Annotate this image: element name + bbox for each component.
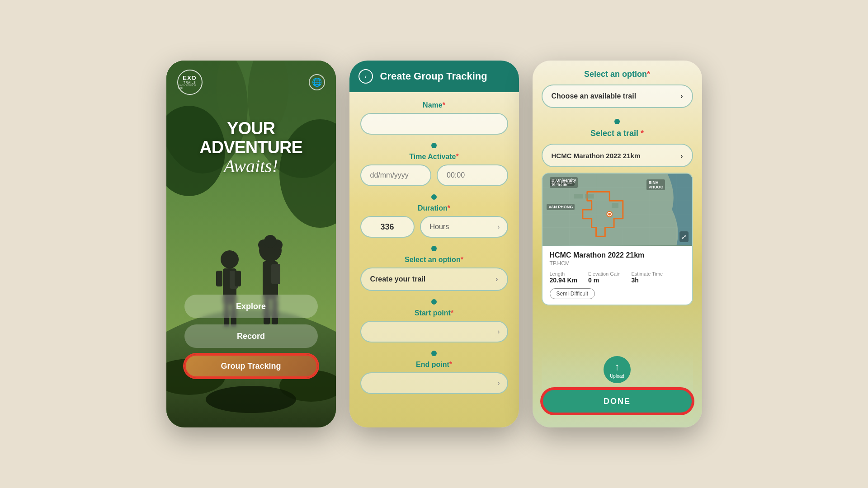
- selected-trail-chevron-icon: ›: [681, 152, 683, 160]
- form-header: ‹ Create Group Tracking: [349, 61, 519, 92]
- time-activate-label: Time Activate*: [360, 153, 508, 161]
- svg-point-6: [221, 250, 239, 268]
- phone1-header: EXO TRAILS LOVE OUTDOOR LIFE 🌐: [166, 61, 336, 99]
- svg-rect-34: [574, 194, 583, 198]
- svg-rect-36: [612, 203, 618, 208]
- connector-1: [360, 143, 508, 149]
- dot-4: [431, 299, 437, 305]
- record-button[interactable]: Record: [184, 324, 318, 348]
- date-input[interactable]: [360, 164, 432, 186]
- time-input[interactable]: [437, 164, 508, 186]
- start-point-label: Start point*: [360, 309, 508, 317]
- svg-rect-35: [585, 194, 594, 198]
- map-label-van-phong: VAN PHONG: [547, 204, 575, 210]
- form-title: Create Group Tracking: [380, 70, 487, 82]
- select-option-field-group: Select an option* Create your trail ›: [360, 256, 508, 291]
- logo-exo-text: EXO: [183, 75, 196, 81]
- duration-value: 336: [360, 216, 415, 238]
- duration-unit-label: Hours: [430, 223, 449, 231]
- trail-stats: Length 20.94 Km Elevation Gain 0 m Estim…: [550, 271, 685, 284]
- trail-info: HCMC Marathon 2022 21km TP.HCM Length 20…: [542, 246, 692, 305]
- group-tracking-button[interactable]: Group Tracking: [184, 354, 318, 378]
- hero-title: YOUR ADVENTURE: [175, 119, 327, 157]
- dot-3: [431, 246, 437, 251]
- duration-label: Duration*: [360, 204, 508, 212]
- dot-1: [431, 143, 437, 148]
- dot-2: [431, 194, 437, 200]
- trail-dot: [614, 119, 620, 124]
- upload-button[interactable]: ↑ Upload: [604, 356, 631, 383]
- upload-icon: ↑: [615, 361, 620, 373]
- end-point-field-group: End point* ›: [360, 361, 508, 394]
- logo-tagline-text: LOVE OUTDOOR LIFE: [178, 84, 202, 89]
- stat-length: Length 20.94 Km: [550, 271, 577, 284]
- hero-subtitle: Awaits!: [175, 155, 327, 177]
- bottom-actions: ↑ Upload DONE: [542, 352, 693, 418]
- logo-trails-text: TRAILS: [184, 81, 196, 84]
- connector-2: [360, 194, 508, 201]
- select-option-section: Select an option* Choose an available tr…: [542, 70, 693, 108]
- elevation-label: Elevation Gain: [588, 271, 621, 277]
- expand-map-icon[interactable]: ⤢: [679, 231, 689, 242]
- svg-point-23: [206, 386, 296, 413]
- connector-5: [360, 351, 508, 357]
- trail-name: HCMC Marathon 2022 21km: [550, 251, 685, 259]
- svg-rect-12: [235, 271, 241, 286]
- selected-trail-button[interactable]: HCMC Marathon 2022 21km ›: [542, 144, 693, 167]
- connector-3: [360, 246, 508, 252]
- chevron-right-icon: ›: [497, 223, 500, 231]
- duration-row: 336 Hours ›: [360, 216, 508, 238]
- svg-rect-18: [271, 264, 280, 284]
- selected-trail-name: HCMC Marathon 2022 21km: [552, 152, 641, 160]
- duration-field-group: Duration* 336 Hours ›: [360, 204, 508, 238]
- choose-available-trail-button[interactable]: Choose an available trail ›: [542, 84, 693, 108]
- duration-unit-selector[interactable]: Hours ›: [420, 216, 508, 238]
- start-point-field-group: Start point* ›: [360, 309, 508, 343]
- name-label: Name*: [360, 101, 508, 109]
- form-content: Name* Time Activate* Duration*: [349, 92, 519, 427]
- end-point-button[interactable]: ›: [360, 372, 508, 394]
- done-button[interactable]: DONE: [542, 389, 693, 414]
- trail-card: TAN HUNG BINHPHUOC VAN PHONG IT Universi…: [542, 173, 693, 305]
- upload-label: Upload: [610, 374, 624, 379]
- create-trail-label: Create your trail: [370, 275, 426, 283]
- dot-5: [431, 351, 437, 356]
- trail-connector: [542, 119, 693, 125]
- select-option-label: Select an option*: [360, 256, 508, 264]
- trail-select-content: Select an option* Choose an available tr…: [533, 61, 702, 427]
- trail-map: TAN HUNG BINHPHUOC VAN PHONG IT Universi…: [542, 174, 692, 246]
- map-label-university: IT UniversityVietnam: [550, 177, 578, 188]
- hero-section: YOUR ADVENTURE Awaits!: [166, 119, 336, 177]
- trail-location: TP.HCM: [550, 260, 685, 267]
- difficulty-badge: Semi-Difficult: [550, 288, 595, 299]
- stat-elevation: Elevation Gain 0 m: [588, 271, 621, 284]
- length-label: Length: [550, 271, 577, 277]
- action-buttons: Explore Record Group Tracking: [166, 295, 336, 378]
- globe-icon[interactable]: 🌐: [309, 74, 325, 90]
- explore-button[interactable]: Explore: [184, 295, 318, 318]
- length-value: 20.94 Km: [550, 277, 577, 284]
- phone-1-main: EXO TRAILS LOVE OUTDOOR LIFE 🌐 YOUR ADVE…: [166, 61, 336, 427]
- date-time-row: [360, 164, 508, 186]
- end-point-chevron-icon: ›: [497, 379, 500, 387]
- choose-trail-label: Choose an available trail: [552, 92, 637, 100]
- back-button[interactable]: ‹: [359, 69, 373, 84]
- svg-point-16: [264, 235, 277, 248]
- select-trail-section: Select a trail * HCMC Marathon 2022 21km…: [542, 129, 693, 305]
- time-activate-field-group: Time Activate*: [360, 153, 508, 186]
- start-point-button[interactable]: ›: [360, 321, 508, 343]
- create-trail-button[interactable]: Create your trail ›: [360, 267, 508, 291]
- map-label-binh-phuoc: BINHPHUOC: [646, 179, 665, 190]
- elevation-value: 0 m: [588, 277, 621, 284]
- phone-2-form: ‹ Create Group Tracking Name* Time Activ…: [349, 61, 519, 427]
- estimate-label: Estimate Time: [632, 271, 663, 277]
- start-point-chevron-icon: ›: [497, 328, 500, 336]
- estimate-value: 3h: [632, 277, 663, 284]
- name-field-group: Name*: [360, 101, 508, 135]
- svg-rect-11: [216, 271, 222, 286]
- select-option-title: Select an option*: [542, 70, 693, 79]
- upload-area: ↑ Upload: [542, 356, 693, 383]
- exo-logo: EXO TRAILS LOVE OUTDOOR LIFE: [177, 70, 203, 95]
- name-input[interactable]: [360, 113, 508, 135]
- end-point-label: End point*: [360, 361, 508, 369]
